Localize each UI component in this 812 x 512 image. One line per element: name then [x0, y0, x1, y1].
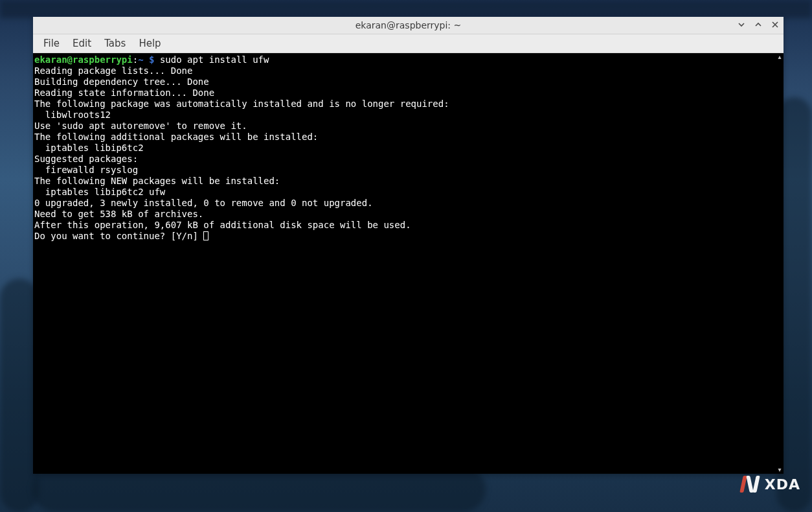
output-line: libwlroots12 [34, 110, 111, 120]
output-line: The following package was automatically … [34, 99, 449, 109]
wallpaper-top-bar [0, 0, 812, 18]
terminal-window: ekaran@raspberrypi: ~ File Edit Tabs Hel… [33, 17, 784, 474]
maximize-button[interactable] [752, 19, 764, 30]
output-line: firewalld rsyslog [34, 165, 138, 175]
output-line: 0 upgraded, 3 newly installed, 0 to remo… [34, 198, 373, 208]
xda-logo-text: XDA [765, 476, 800, 493]
xda-watermark: XDA [741, 474, 800, 494]
output-line: iptables libip6tc2 ufw [34, 187, 165, 197]
output-line: The following NEW packages will be insta… [34, 176, 280, 186]
window-controls [736, 19, 781, 30]
output-line: Building dependency tree... Done [34, 76, 209, 87]
menu-edit[interactable]: Edit [66, 35, 98, 52]
menu-tabs[interactable]: Tabs [98, 35, 132, 52]
output-line: The following additional packages will b… [34, 132, 318, 142]
minimize-button[interactable] [736, 19, 747, 30]
output-line: Need to get 538 kB of archives. [34, 209, 203, 219]
scrollbar-up-icon[interactable]: ▴ [776, 53, 784, 61]
menu-file[interactable]: File [37, 35, 66, 52]
prompt-user-host: ekaran@raspberrypi [34, 54, 133, 65]
output-line: iptables libip6tc2 [34, 143, 144, 153]
xda-logo-icon [741, 474, 761, 494]
terminal-area: ekaran@raspberrypi:~ $ sudo apt install … [33, 53, 784, 474]
window-title: ekaran@raspberrypi: ~ [33, 20, 784, 30]
menu-help[interactable]: Help [132, 35, 167, 52]
output-prompt-continue: Do you want to continue? [Y/n] [34, 231, 203, 241]
chevron-down-icon [738, 21, 745, 29]
chevron-up-icon [754, 21, 762, 29]
output-line: After this operation, 9,607 kB of additi… [34, 220, 411, 230]
menubar: File Edit Tabs Help [33, 34, 784, 53]
prompt-colon: : [133, 54, 138, 65]
terminal-output[interactable]: ekaran@raspberrypi:~ $ sudo apt install … [33, 53, 776, 474]
terminal-cursor [203, 231, 209, 240]
close-button[interactable] [769, 19, 781, 30]
scrollbar-down-icon[interactable]: ▾ [776, 466, 784, 474]
output-line: Suggested packages: [34, 154, 138, 164]
prompt-path: ~ [138, 54, 143, 65]
output-line: Reading package lists... Done [34, 65, 192, 76]
command-text: sudo apt install ufw [154, 54, 269, 65]
close-icon [771, 21, 779, 29]
titlebar[interactable]: ekaran@raspberrypi: ~ [33, 17, 784, 34]
output-line: Use 'sudo apt autoremove' to remove it. [34, 121, 247, 131]
terminal-scrollbar[interactable]: ▴ ▾ [776, 53, 784, 474]
output-line: Reading state information... Done [34, 87, 214, 98]
